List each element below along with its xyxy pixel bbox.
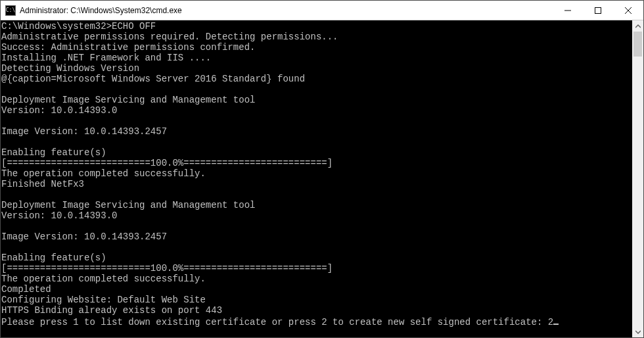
chevron-down-icon	[635, 329, 641, 335]
chevron-up-icon	[635, 24, 641, 29]
scrollbar[interactable]	[632, 20, 643, 337]
maximize-button[interactable]	[583, 1, 613, 20]
scroll-down-button[interactable]	[632, 326, 643, 337]
app-icon: C:\	[5, 5, 16, 16]
close-icon	[625, 7, 632, 14]
window-controls	[553, 1, 643, 20]
maximize-icon	[595, 7, 601, 14]
svg-rect-1	[595, 7, 601, 13]
close-button[interactable]	[613, 1, 643, 20]
text-cursor	[553, 316, 559, 325]
titlebar[interactable]: C:\ Administrator: C:\Windows\System32\c…	[1, 1, 643, 20]
window-title: Administrator: C:\Windows\System32\cmd.e…	[20, 6, 553, 15]
minimize-icon	[564, 7, 571, 14]
scroll-thumb[interactable]	[633, 32, 642, 57]
scroll-up-button[interactable]	[632, 20, 643, 32]
scroll-track[interactable]	[632, 32, 643, 326]
cmd-window: C:\ Administrator: C:\Windows\System32\c…	[0, 0, 644, 338]
terminal-output[interactable]: C:\Windows\system32>ECHO OFF Administrat…	[1, 20, 632, 337]
terminal-area: C:\Windows\system32>ECHO OFF Administrat…	[1, 20, 643, 337]
minimize-button[interactable]	[553, 1, 583, 20]
